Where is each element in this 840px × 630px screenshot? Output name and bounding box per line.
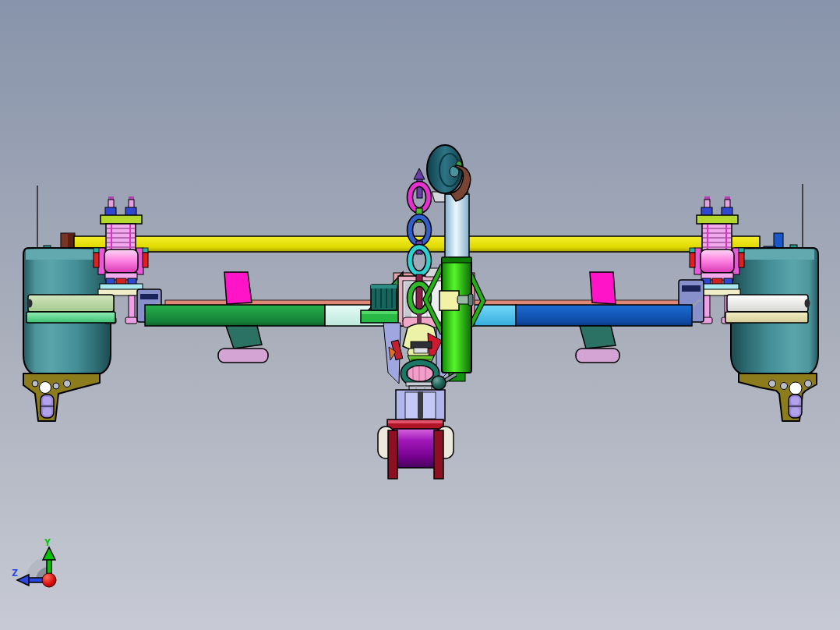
green-bar[interactable] <box>145 305 325 326</box>
z-axis-head <box>17 575 29 586</box>
tension-drum[interactable] <box>104 250 138 273</box>
foot-r <box>125 317 137 324</box>
axis-triad: Y Z <box>12 536 56 587</box>
left-bracket-hole-4 <box>64 380 71 388</box>
washer <box>406 382 435 386</box>
leg-r <box>129 296 135 320</box>
right-panel-label <box>682 285 701 292</box>
right-lavender-foot[interactable] <box>576 349 619 363</box>
right-bracket-hole-1 <box>769 380 776 388</box>
motor-top <box>371 285 397 288</box>
chain-rod <box>416 274 422 313</box>
left-panel-label <box>140 294 158 299</box>
left-main-bar[interactable] <box>145 305 394 326</box>
white-nut <box>414 348 428 353</box>
center-rod <box>418 391 423 417</box>
left-under-tab[interactable] <box>226 326 262 349</box>
press-roller[interactable] <box>394 429 438 468</box>
release-ball-handle[interactable] <box>432 376 446 390</box>
center-assembly[interactable] <box>361 145 483 479</box>
right-wheel-top-band <box>736 250 814 260</box>
right-pin-hl2 <box>791 408 799 416</box>
left-sage-bar[interactable] <box>28 295 114 312</box>
left-lavender-foot[interactable] <box>218 349 268 363</box>
origin-sphere <box>42 573 56 587</box>
fork-prong-left <box>388 430 397 479</box>
right-white-bar[interactable] <box>727 295 808 312</box>
right-under-tab[interactable] <box>580 326 616 349</box>
right-pin-hl1 <box>791 397 799 405</box>
top-cap-plate <box>101 215 142 224</box>
left-bracket-hole-1 <box>32 380 38 387</box>
fork-crown-hl <box>388 420 443 423</box>
right-wheel-bracket[interactable] <box>739 373 817 421</box>
right-bracket-hole-2 <box>781 383 788 390</box>
model-canvas: Y Z <box>0 0 840 630</box>
yellow-slider-block[interactable] <box>439 291 459 310</box>
z-axis-label: Z <box>12 567 18 579</box>
y-axis-label: Y <box>44 536 51 548</box>
right-gauge-bars[interactable] <box>725 295 810 323</box>
fork-prong-right <box>434 430 443 479</box>
right-cream-bar[interactable] <box>725 312 808 323</box>
y-axis-head <box>43 547 55 560</box>
left-bracket-hole-2 <box>40 382 51 394</box>
cylinder-top-cap <box>442 257 471 263</box>
fitting-cap <box>468 294 473 306</box>
hydraulic-cylinder[interactable] <box>442 257 471 373</box>
right-bracket-plate[interactable] <box>739 373 817 421</box>
cad-viewport: Y Z <box>0 0 840 630</box>
clamp-tip-l <box>94 248 99 253</box>
left-pin-hl1 <box>43 397 51 405</box>
rod-tail <box>417 313 422 323</box>
right-bracket-hole-4 <box>805 380 812 388</box>
left-magenta-flap[interactable] <box>224 272 252 304</box>
right-magenta-flap[interactable] <box>590 272 616 304</box>
support-post[interactable] <box>445 194 469 259</box>
left-pin-hl2 <box>43 408 51 416</box>
chain-arrow-head <box>414 168 425 179</box>
right-bar-knob <box>805 299 810 308</box>
red-clamp-r <box>143 253 148 267</box>
left-bracket-hole-3 <box>53 383 59 389</box>
left-gauge-bars[interactable] <box>26 295 115 323</box>
red-clamp-l <box>94 253 99 267</box>
dark-blue-bar[interactable] <box>516 305 692 326</box>
left-bar-knob <box>27 299 33 308</box>
right-main-bar[interactable] <box>471 305 692 326</box>
clamp-tip-r <box>143 248 148 253</box>
right-bracket-hole-3 <box>789 382 802 395</box>
left-mint-bar[interactable] <box>26 312 115 323</box>
left-wheel-bracket[interactable] <box>23 373 100 421</box>
